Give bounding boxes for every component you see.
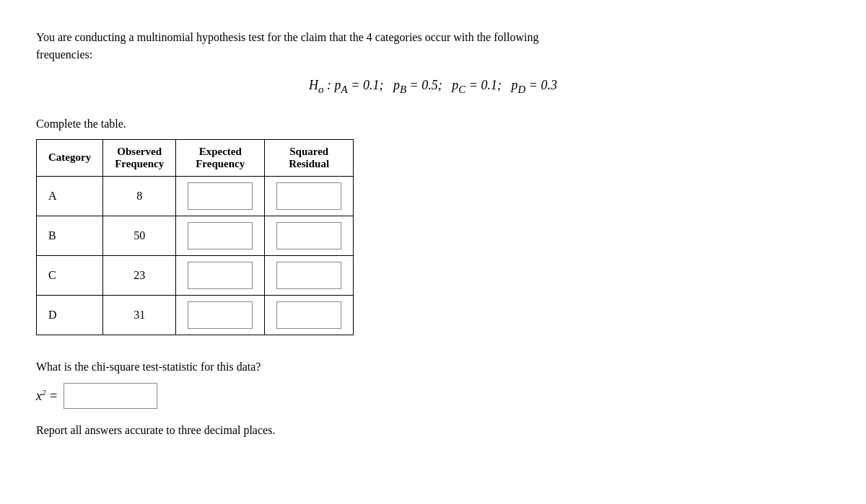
category-cell-c: C [37,255,103,295]
observed-cell-d: 31 [103,295,176,335]
table-row: B50 [37,216,354,255]
squared-input-c[interactable] [276,262,341,289]
col-observed-line1: Observed [117,146,162,157]
frequency-table: Category Observed Frequency Expected Fre… [36,139,354,335]
squared-cell-a[interactable] [265,176,354,216]
chi-square-question: What is the chi-square test-statistic fo… [36,357,830,378]
table-row: A8 [37,176,354,216]
squared-cell-b[interactable] [265,216,354,255]
expected-cell-d[interactable] [176,295,265,335]
col-observed-line2: Frequency [115,158,164,169]
expected-cell-b[interactable] [176,216,265,255]
chi-square-section: What is the chi-square test-statistic fo… [36,357,830,442]
col-header-category: Category [37,139,103,176]
expected-input-a[interactable] [188,182,253,210]
col-header-expected: Expected Frequency [176,139,265,176]
intro-paragraph: You are conducting a multinomial hypothe… [36,31,538,61]
col-category-label: Category [48,151,91,163]
observed-cell-c: 23 [103,255,176,295]
squared-cell-c[interactable] [265,255,354,295]
category-cell-a: A [37,176,103,216]
col-header-observed: Observed Frequency [103,139,176,176]
chi-square-input[interactable] [64,383,157,409]
complete-table-label: Complete the table. [36,118,830,131]
hypothesis-equation: Ho : pA = 0.1; pB = 0.5; pC = 0.1; pD = … [36,78,830,96]
expected-input-d[interactable] [188,301,253,329]
chi-square-label: x2 = [36,384,58,407]
report-note: Report all answers accurate to three dec… [36,420,830,441]
expected-input-c[interactable] [188,262,253,289]
table-row: D31 [37,295,354,335]
col-squared-line1: Squared [289,146,328,157]
squared-cell-d[interactable] [265,295,354,335]
expected-input-b[interactable] [188,222,253,249]
expected-cell-a[interactable] [176,176,265,216]
expected-cell-c[interactable] [176,255,265,295]
squared-input-d[interactable] [276,301,341,329]
category-cell-d: D [37,295,103,335]
table-row: C23 [37,255,354,295]
squared-input-b[interactable] [276,222,341,249]
intro-text: You are conducting a multinomial hypothe… [36,29,577,63]
chi-square-row: x2 = [36,383,830,409]
squared-input-a[interactable] [276,182,341,210]
category-cell-b: B [37,216,103,255]
col-expected-line1: Expected [199,146,242,157]
col-expected-line2: Frequency [196,158,245,169]
col-squared-line2: Residual [289,158,329,169]
observed-cell-a: 8 [103,176,176,216]
col-header-squared: Squared Residual [265,139,354,176]
observed-cell-b: 50 [103,216,176,255]
